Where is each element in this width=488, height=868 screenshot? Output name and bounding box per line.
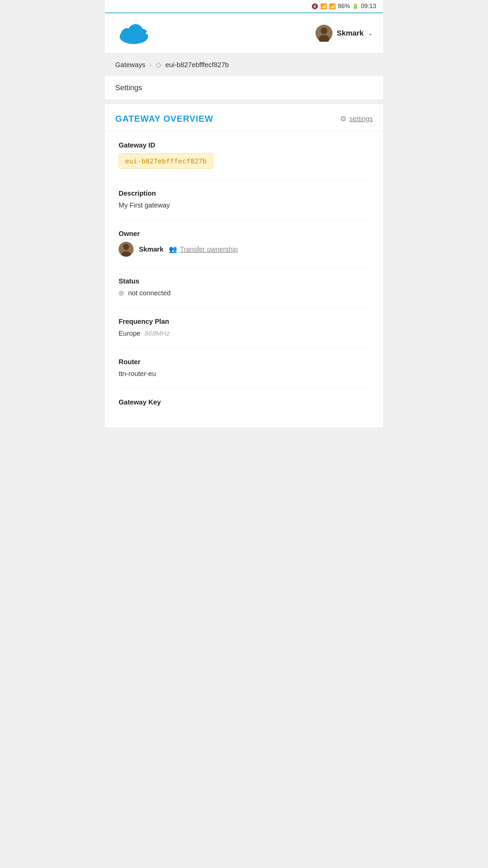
settings-tab-label: Settings: [115, 83, 142, 92]
divider-4: [119, 308, 369, 308]
card-body: Gateway ID eui-b827ebfffecf827b Descript…: [105, 131, 383, 427]
battery-percent: 86%: [338, 3, 350, 10]
svg-point-3: [137, 29, 148, 40]
svg-point-9: [123, 244, 129, 250]
gateway-icon: ◇: [156, 60, 161, 69]
transfer-icon: 👥: [169, 245, 177, 253]
settings-link-text: settings: [349, 115, 373, 123]
owner-label: Owner: [119, 230, 369, 238]
status-row: not connected: [119, 289, 369, 297]
app-header: Skmark ⌄: [105, 13, 383, 54]
breadcrumb: Gateways › ◇ eui-b827ebfffecf827b: [105, 54, 383, 76]
breadcrumb-gateways[interactable]: Gateways: [115, 61, 145, 69]
frequency-plan-field: Frequency Plan Europe 868MHz: [119, 318, 369, 337]
clock: 09:13: [361, 3, 376, 10]
app-logo: [115, 21, 156, 45]
svg-point-4: [146, 32, 148, 34]
svg-point-6: [321, 27, 327, 34]
status-label: Status: [119, 277, 369, 285]
frequency-plan-label: Frequency Plan: [119, 318, 369, 326]
cloud-logo-svg: [115, 21, 156, 45]
card-header: GATEWAY OVERVIEW ⚙ settings: [105, 104, 383, 131]
card-title: GATEWAY OVERVIEW: [115, 114, 214, 124]
gateway-id-field: Gateway ID eui-b827ebfffecf827b: [119, 141, 369, 169]
gateway-id-label: Gateway ID: [119, 141, 369, 149]
description-field: Description My First gateway: [119, 190, 369, 209]
owner-name: Skmark: [139, 245, 163, 253]
frequency-region: Europe: [119, 330, 141, 337]
signal-icon: 📶: [329, 3, 336, 9]
divider-6: [119, 389, 369, 389]
battery-icon: 🔋: [352, 3, 359, 9]
divider-2: [119, 220, 369, 220]
breadcrumb-separator: ›: [149, 61, 151, 68]
chevron-down-icon: ⌄: [368, 29, 373, 37]
wifi-icon: 📶: [320, 3, 327, 9]
divider-5: [119, 348, 369, 349]
user-name: Skmark: [337, 29, 364, 38]
owner-field: Owner Skmark 👥 Transfer ownership: [119, 230, 369, 257]
description-label: Description: [119, 190, 369, 197]
settings-tab[interactable]: Settings: [105, 76, 383, 100]
avatar: [316, 25, 332, 42]
router-label: Router: [119, 358, 369, 366]
frequency-mhz: 868MHz: [145, 330, 170, 337]
divider-3: [119, 268, 369, 268]
router-value: ttn-router-eu: [119, 370, 369, 378]
mute-icon: 🔇: [311, 3, 318, 9]
transfer-ownership-text: Transfer ownership: [180, 245, 238, 253]
status-dot-indicator: [119, 291, 124, 296]
transfer-ownership-button[interactable]: 👥 Transfer ownership: [169, 245, 238, 253]
gateway-key-label: Gateway Key: [119, 398, 369, 406]
owner-avatar: [119, 242, 134, 257]
breadcrumb-gateway-id: eui-b827ebfffecf827b: [165, 61, 229, 69]
status-bar: 🔇 📶 📶 86% 🔋 09:13: [105, 0, 383, 13]
status-value: not connected: [128, 289, 171, 297]
gear-icon: ⚙: [340, 115, 347, 123]
gateway-id-value: eui-b827ebfffecf827b: [119, 153, 213, 169]
status-icons: 🔇 📶 📶 86% 🔋 09:13: [311, 3, 376, 10]
status-field: Status not connected: [119, 277, 369, 297]
frequency-row: Europe 868MHz: [119, 330, 369, 337]
user-menu[interactable]: Skmark ⌄: [316, 25, 373, 42]
description-value: My First gateway: [119, 201, 369, 209]
gateway-key-field: Gateway Key: [119, 398, 369, 406]
owner-row: Skmark 👥 Transfer ownership: [119, 242, 369, 257]
router-field: Router ttn-router-eu: [119, 358, 369, 378]
divider-1: [119, 180, 369, 180]
settings-link[interactable]: ⚙ settings: [340, 115, 373, 123]
gateway-overview-card: GATEWAY OVERVIEW ⚙ settings Gateway ID e…: [105, 104, 383, 427]
